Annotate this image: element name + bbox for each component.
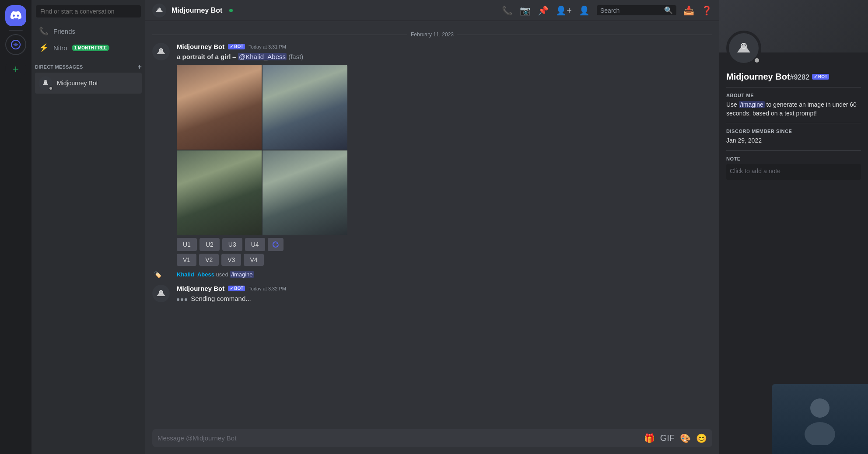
portrait-image-3[interactable] [177, 150, 262, 235]
emoji-icon[interactable]: 😊 [696, 433, 707, 444]
verified-check: ✓ [230, 44, 233, 49]
u1-button[interactable]: U1 [177, 238, 197, 251]
header-search-box[interactable]: 🔍 [597, 5, 676, 15]
date-divider-text: February 11, 2023 [407, 31, 457, 38]
message-timestamp-1: Today at 3:31 PM [248, 44, 286, 49]
dm-nav: 📞 Friends ⚡ Nitro 1 MONTH FREE [32, 23, 145, 56]
profile-name: Midjourney Bot#9282 [726, 72, 809, 82]
v1-button[interactable]: V1 [177, 254, 196, 266]
status-indicator [49, 86, 53, 91]
message-mention-1: @Khalid_Abess [238, 53, 287, 60]
profile-body: Midjourney Bot#9282 ✓ BOT ABOUT ME Use /… [719, 52, 868, 187]
dm-section-title: DIRECT MESSAGES [35, 64, 83, 70]
bot-badge-2: ✓ BOT [228, 286, 245, 291]
server-sidebar: + [0, 0, 32, 454]
discord-home-button[interactable] [5, 5, 26, 26]
portrait-image-4[interactable] [262, 150, 347, 235]
u3-button[interactable]: U3 [222, 238, 242, 251]
v3-button[interactable]: V3 [221, 254, 241, 266]
portrait-image-2[interactable] [262, 65, 347, 150]
profile-divider-2 [726, 123, 861, 123]
portrait-image-1[interactable] [177, 65, 262, 150]
profile-divider-3 [726, 150, 861, 151]
add-dm-button[interactable]: + [137, 63, 142, 71]
profile-status [753, 57, 760, 64]
header-search-input[interactable] [600, 7, 662, 14]
sending-text: Sending command... [191, 295, 251, 302]
dm-user-name: Midjourney Bot [57, 80, 98, 87]
system-message: 🏷️ Khalid_Abess used /imagine [145, 268, 719, 279]
video-icon[interactable]: 📷 [520, 5, 531, 16]
chat-input-area: 🎁 GIF 🎨 😊 [145, 429, 719, 454]
gif-icon[interactable]: GIF [660, 433, 675, 444]
profile-banner [719, 0, 868, 52]
search-bar-area [32, 0, 145, 23]
message-sep-1: – [233, 53, 238, 60]
server-icon-ai[interactable] [5, 34, 26, 55]
v2-button[interactable]: V2 [199, 254, 219, 266]
member-since-section: DISCORD MEMBER SINCE Jan 29, 2022 [726, 129, 861, 145]
find-conversation-input[interactable] [36, 5, 141, 17]
message-author-1: Midjourney Bot [177, 43, 224, 50]
note-placeholder: Click to add a note [730, 168, 780, 175]
verified-check-2: ✓ [230, 286, 233, 291]
video-person [772, 384, 868, 454]
server-divider [9, 30, 23, 31]
v4-button[interactable]: V4 [244, 254, 263, 266]
dm-section-header: DIRECT MESSAGES + [32, 56, 145, 73]
main-chat-area: Midjourney Bot 📞 📷 📌 👤+ 👤 🔍 📥 ❓ February… [145, 0, 719, 454]
nitro-nav-item[interactable]: ⚡ Nitro 1 MONTH FREE [35, 39, 142, 56]
sticker-icon[interactable]: 🎨 [680, 433, 691, 444]
member-since-date: Jan 29, 2022 [726, 136, 861, 145]
bot-label-2: BOT [234, 286, 243, 291]
system-user-ref: Khalid_Abess [177, 271, 214, 278]
bot-avatar [152, 43, 170, 60]
note-section: NOTE Click to add a note [726, 156, 861, 180]
message-group-2: Midjourney Bot ✓ BOT Today at 3:32 PM Se… [145, 283, 719, 305]
nitro-label: Nitro [53, 44, 67, 52]
header-actions: 📞 📷 📌 👤+ 👤 🔍 📥 ❓ [502, 5, 712, 16]
bot-label: BOT [234, 44, 243, 49]
nitro-icon: ⚡ [38, 43, 49, 52]
profile-icon[interactable]: 👤 [579, 5, 590, 16]
online-indicator [229, 9, 233, 12]
message-content-2: Sending command... [177, 294, 712, 303]
action-buttons-row-2: V1 V2 V3 V4 [177, 254, 712, 266]
date-divider: February 11, 2023 [145, 28, 719, 41]
profile-bot-label: BOT [818, 74, 827, 79]
note-input[interactable]: Click to add a note [726, 164, 861, 180]
refresh-button[interactable] [268, 238, 284, 251]
friends-nav-item[interactable]: 📞 Friends [35, 23, 142, 39]
imagine-command: /imagine [739, 101, 765, 108]
friends-icon: 📞 [38, 26, 49, 36]
profile-verified-check: ✓ [814, 74, 817, 79]
about-me-text: Use /imagine to generate an image in und… [726, 101, 861, 118]
gift-icon[interactable]: 🎁 [644, 433, 655, 444]
profile-bot-badge: ✓ BOT [812, 74, 829, 80]
u4-button[interactable]: U4 [245, 238, 265, 251]
help-icon[interactable]: ❓ [701, 5, 712, 16]
system-command: /imagine [230, 271, 254, 278]
about-me-title: ABOUT ME [726, 93, 861, 98]
note-title: NOTE [726, 156, 861, 161]
u2-button[interactable]: U2 [200, 238, 220, 251]
message-header-2: Midjourney Bot ✓ BOT Today at 3:32 PM [177, 285, 712, 292]
action-buttons-row-1: U1 U2 U3 U4 [177, 238, 712, 251]
message-input[interactable] [158, 429, 640, 447]
system-action: used [216, 271, 230, 278]
pin-icon[interactable]: 📌 [538, 5, 549, 16]
system-message-icon: 🏷️ [154, 271, 161, 278]
channel-name: Midjourney Bot [172, 7, 222, 14]
add-member-icon[interactable]: 👤+ [556, 5, 572, 16]
dm-user-midjourney[interactable]: Midjourney Bot [35, 73, 142, 94]
server-icon-add[interactable]: + [5, 59, 26, 80]
chat-messages: February 11, 2023 Midjourney Bot ✓ BOT T… [145, 21, 719, 429]
search-icon: 🔍 [664, 6, 673, 14]
inbox-icon[interactable]: 📥 [683, 5, 694, 16]
phone-icon[interactable]: 📞 [502, 5, 513, 16]
member-since-title: DISCORD MEMBER SINCE [726, 129, 861, 134]
profile-name-row: Midjourney Bot#9282 ✓ BOT [726, 72, 861, 82]
nitro-badge: 1 MONTH FREE [72, 45, 109, 51]
message-author-2: Midjourney Bot [177, 285, 224, 292]
profile-display-name: Midjourney Bot [726, 72, 790, 81]
